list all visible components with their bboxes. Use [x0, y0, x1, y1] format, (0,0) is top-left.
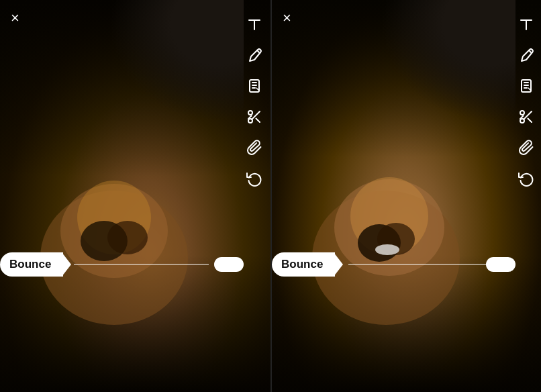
right-paperclip-icon[interactable]: [515, 137, 537, 158]
left-close-button[interactable]: ×: [11, 11, 19, 26]
left-panel: ×: [0, 0, 270, 392]
svg-point-9: [248, 111, 252, 115]
right-bounce-line: [348, 264, 486, 265]
left-redo-icon[interactable]: [244, 168, 265, 189]
right-close-button[interactable]: ×: [283, 11, 291, 26]
svg-line-27: [528, 118, 532, 122]
left-dark-overlay: [109, 0, 244, 121]
left-paperclip-icon[interactable]: [244, 137, 265, 158]
svg-line-12: [256, 118, 260, 122]
right-pen-icon[interactable]: [515, 44, 537, 66]
right-bounce-knob[interactable]: [486, 257, 515, 272]
left-bounce-label[interactable]: Bounce: [0, 252, 63, 277]
left-bounce-bar: Bounce: [0, 252, 244, 277]
svg-point-24: [520, 111, 524, 115]
right-text-icon[interactable]: [515, 13, 537, 35]
right-bounce-bar: Bounce: [272, 252, 515, 277]
left-dog-image: [20, 124, 208, 338]
left-pen-icon[interactable]: [244, 44, 265, 66]
right-sticker-icon[interactable]: [515, 75, 537, 97]
right-dark-overlay: [381, 0, 515, 121]
svg-line-22: [529, 50, 531, 52]
left-bounce-line: [74, 264, 209, 265]
svg-point-4: [107, 221, 148, 254]
left-toolbar: [244, 13, 265, 189]
right-dog-image: [292, 124, 480, 338]
left-bounce-knob[interactable]: [214, 257, 244, 272]
right-panel: ×: [272, 0, 541, 392]
left-scissors-icon[interactable]: [244, 106, 265, 128]
right-bounce-label[interactable]: Bounce: [272, 252, 335, 277]
right-redo-icon[interactable]: [515, 168, 537, 189]
right-toolbar: [515, 13, 537, 189]
left-text-icon[interactable]: [244, 13, 265, 35]
svg-line-7: [257, 50, 259, 52]
left-sticker-icon[interactable]: [244, 75, 265, 97]
right-scissors-icon[interactable]: [515, 106, 537, 128]
